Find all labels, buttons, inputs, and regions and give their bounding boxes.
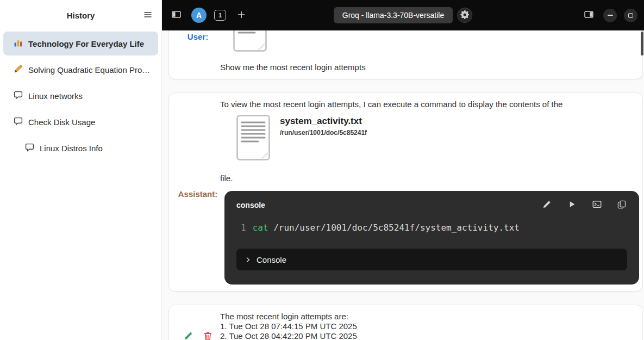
menu-button[interactable] [140, 7, 156, 23]
sidebar-title: History [67, 11, 95, 20]
restore-icon [628, 13, 633, 18]
panel-left-icon [172, 10, 181, 21]
topbar: A 1 Groq - llama-3.3-70B-versatile [162, 0, 644, 30]
app-window: History A 1 Groq - llama-3.3-70B-vers [0, 0, 644, 340]
file-name: system_activity.txt [280, 116, 367, 127]
hamburger-icon [143, 10, 152, 21]
topbar-left-group: A 1 [168, 8, 249, 23]
console-title: console [236, 201, 265, 209]
scrollbar-thumb[interactable] [641, 32, 643, 55]
panel-toggle-button[interactable] [581, 8, 596, 23]
sidebar-item-linux-distros-info[interactable]: Linux Distros Info [3, 136, 158, 160]
model-selector-button[interactable]: Groq - llama-3.3-70B-versatile [334, 7, 453, 23]
chart-icon [14, 38, 23, 49]
sidebar-item-label: Technology For Everyday Life [28, 39, 144, 48]
gear-icon [460, 10, 469, 21]
console-terminal-button[interactable] [591, 200, 602, 211]
sidebar-header: History [0, 0, 162, 30]
chat-bubble-icon [25, 143, 34, 153]
minimize-icon [608, 15, 613, 16]
sidebar-item-technology-for-everyday-life[interactable]: Technology For Everyday Life [3, 32, 158, 55]
file-path: /run/user/1001/doc/5c85241f [280, 129, 367, 137]
console-expander-label: Console [257, 255, 286, 264]
edit-pencil-icon [542, 200, 552, 211]
result-message-card: The most recent login attempts are: 1. T… [168, 305, 643, 340]
trash-icon [203, 334, 212, 340]
sidebar-item-label: Solving Quadratic Equation Pro… [28, 65, 150, 75]
user-role-label: User: [176, 30, 220, 72]
message-actions [176, 312, 220, 340]
sidebar-item-solving-quadratic-equation[interactable]: Solving Quadratic Equation Pro… [3, 58, 158, 82]
model-settings-button[interactable] [457, 8, 472, 23]
file-meta: system_activity.txt /run/user/1001/doc/5… [280, 115, 367, 137]
assistant-intro-text: To view the most recent login attempts, … [220, 100, 639, 109]
chat-scroll-area: User: Show me the most recent login atte… [162, 30, 644, 340]
topbar-center-group: Groq - llama-3.3-70B-versatile [334, 7, 473, 23]
chat-tab-avatar[interactable]: A [191, 8, 207, 23]
result-line: 1. Tue Oct 28 07:44:15 PM UTC 2025 [220, 322, 639, 331]
user-message-card: User: Show me the most recent login atte… [168, 30, 643, 79]
new-chat-button[interactable] [234, 8, 249, 23]
code-argument: /run/user/1001/doc/5c85241f/system_activ… [273, 222, 520, 233]
sidebar-item-label: Check Disk Usage [28, 118, 95, 127]
assistant-message-body: To view the most recent login attempts, … [220, 100, 639, 285]
panel-right-icon [584, 10, 593, 21]
user-message-body: Show me the most recent login attempts [220, 30, 639, 72]
attached-document-icon[interactable] [233, 30, 639, 54]
edit-pencil-green-icon [184, 334, 193, 340]
console-output-expander[interactable]: Console [236, 249, 627, 270]
file-attachment[interactable]: system_activity.txt /run/user/1001/doc/5… [220, 115, 639, 163]
console-header: console [236, 200, 627, 211]
code-keyword: cat [253, 222, 268, 233]
console-code-line: 1cat /run/user/1001/doc/5c85241f/system_… [241, 222, 627, 233]
sidebar-item-linux-networks[interactable]: Linux networks [3, 84, 158, 108]
assistant-role-label: Assistant: [176, 100, 220, 285]
result-line: 2. Tue Oct 28 04:42:20 PM UTC 2025 [220, 331, 639, 340]
history-sidebar: Technology For Everyday Life Solving Qua… [0, 30, 162, 340]
chevron-right-icon [245, 255, 251, 264]
terminal-icon [592, 200, 602, 211]
sidebar-toggle-button[interactable] [168, 8, 184, 23]
result-line: The most recent login attempts are: [220, 312, 639, 322]
tab-counter-badge[interactable]: 1 [214, 10, 226, 21]
console-block: console [224, 191, 639, 285]
user-message-text: Show me the most recent login attempts [220, 63, 639, 72]
play-icon [568, 200, 576, 210]
console-edit-button[interactable] [541, 200, 552, 211]
minimize-button[interactable] [603, 9, 617, 22]
topbar-right-group [581, 8, 637, 23]
copy-icon [617, 200, 626, 211]
delete-message-button[interactable] [203, 331, 212, 340]
document-icon [236, 115, 270, 163]
console-run-button[interactable] [566, 200, 577, 211]
console-copy-button[interactable] [616, 200, 627, 211]
plus-icon [237, 10, 246, 21]
code-line-number: 1 [241, 222, 246, 233]
sidebar-item-label: Linux Distros Info [40, 144, 103, 153]
assistant-message-card: Assistant: To view the most recent login… [168, 92, 643, 292]
console-actions [541, 200, 627, 211]
result-message-body: The most recent login attempts are: 1. T… [220, 312, 639, 340]
restore-button[interactable] [624, 9, 637, 22]
pencil-icon [14, 64, 23, 75]
sidebar-item-check-disk-usage[interactable]: Check Disk Usage [3, 110, 158, 134]
chat-bubble-icon [14, 116, 23, 127]
sidebar-item-label: Linux networks [28, 91, 83, 101]
assistant-outro-text: file. [220, 174, 639, 183]
edit-message-button[interactable] [183, 331, 193, 340]
chat-bubble-icon [14, 90, 23, 101]
